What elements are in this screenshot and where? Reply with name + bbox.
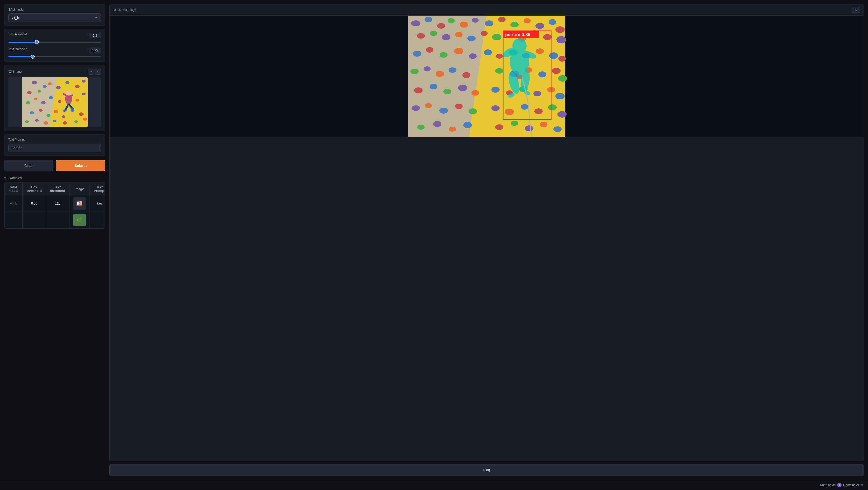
svg-point-60 — [430, 31, 437, 36]
svg-point-86 — [449, 67, 456, 73]
svg-point-58 — [555, 26, 565, 33]
image-header: 🖼 Image ✏ ✕ — [8, 69, 101, 75]
svg-point-99 — [491, 87, 500, 93]
svg-point-18 — [75, 99, 80, 102]
svg-point-102 — [533, 91, 541, 96]
svg-point-74 — [454, 48, 463, 54]
svg-point-16 — [58, 100, 61, 103]
svg-point-87 — [462, 72, 470, 78]
example-box-threshold-0: 0.36 — [23, 195, 46, 212]
svg-point-32 — [74, 120, 78, 123]
example-text-threshold-0: 0.25 — [46, 195, 69, 212]
svg-point-14 — [41, 101, 45, 104]
svg-point-92 — [552, 68, 561, 74]
output-header: 🖥 Output Image — [110, 4, 864, 16]
buttons-row: Clear Submit — [4, 160, 105, 171]
svg-point-85 — [436, 71, 444, 77]
svg-point-93 — [558, 75, 567, 82]
svg-point-22 — [46, 114, 50, 117]
example-image-1: 🌿 — [69, 212, 90, 228]
svg-point-5 — [27, 91, 32, 94]
sam-model-dropdown[interactable]: vit_h vit_l vit_b — [8, 13, 101, 22]
image-icon: 🖼 — [8, 70, 12, 74]
output-image-area: person 0.89 — [110, 16, 864, 137]
box-threshold-row: Box threshold 0.3 — [8, 33, 101, 38]
svg-point-112 — [521, 104, 528, 110]
svg-point-19 — [82, 93, 86, 95]
text-prompt-card: Text Prompt person — [4, 134, 105, 156]
text-threshold-label: Text threshold — [8, 47, 27, 51]
svg-point-64 — [480, 31, 488, 36]
svg-point-61 — [442, 34, 451, 40]
svg-point-63 — [467, 36, 475, 41]
flag-button[interactable]: Flag — [109, 464, 864, 476]
output-card: 🖥 Output Image — [109, 4, 864, 461]
image-edit-button[interactable]: ✏ — [88, 69, 94, 75]
svg-point-29 — [43, 121, 48, 125]
platform-text: Lightning AI — [843, 483, 859, 487]
left-panel: SAM model vit_h vit_l vit_b Box threshol… — [4, 4, 105, 476]
svg-point-98 — [471, 90, 479, 96]
examples-dots-icon: ≡ — [4, 176, 6, 180]
text-threshold-slider[interactable] — [8, 56, 101, 57]
image-upload-area[interactable] — [8, 77, 101, 127]
ai-superscript: AI — [861, 484, 863, 486]
svg-point-117 — [433, 121, 441, 127]
download-button[interactable] — [852, 7, 860, 13]
col-box-threshold: Box threshold — [23, 182, 46, 195]
svg-point-80 — [536, 48, 544, 54]
image-clear-button[interactable]: ✕ — [95, 69, 101, 75]
svg-point-62 — [455, 32, 463, 37]
svg-point-35 — [66, 91, 71, 96]
svg-point-83 — [410, 69, 418, 74]
svg-point-124 — [553, 126, 562, 132]
svg-point-55 — [524, 18, 531, 23]
table-row[interactable]: 🌿 — [5, 212, 105, 228]
svg-point-11 — [82, 80, 86, 83]
svg-point-12 — [26, 101, 30, 104]
right-panel: 🖥 Output Image — [109, 4, 864, 476]
example-text-prompt-0: kiwi — [90, 195, 105, 212]
svg-point-31 — [63, 121, 67, 125]
svg-point-59 — [417, 33, 425, 39]
svg-point-24 — [62, 115, 65, 118]
table-row[interactable]: vit_h 0.36 0.25 🍱 kiwi — [5, 195, 105, 212]
box-threshold-slider[interactable] — [8, 41, 101, 42]
text-prompt-input[interactable]: person — [8, 144, 101, 152]
svg-point-46 — [411, 20, 420, 26]
svg-point-52 — [485, 20, 493, 26]
svg-point-108 — [455, 103, 463, 109]
svg-point-76 — [484, 49, 492, 55]
svg-point-97 — [458, 85, 467, 91]
detection-label-text: person 0.89 — [505, 32, 530, 37]
svg-point-104 — [555, 93, 565, 99]
svg-point-47 — [425, 17, 432, 22]
svg-point-88 — [495, 68, 503, 74]
svg-point-8 — [56, 86, 61, 89]
examples-table-header-row: SAM model Box threshold Text threshold I… — [5, 182, 105, 195]
submit-button[interactable]: Submit — [56, 160, 105, 171]
examples-header: ≡ Examples — [4, 176, 105, 180]
gear — [517, 75, 522, 79]
sam-model-card: SAM model vit_h vit_l vit_b — [4, 4, 105, 26]
svg-point-27 — [25, 120, 29, 123]
text-prompt-label: Text Prompt — [8, 138, 101, 142]
col-image: Image — [69, 182, 90, 195]
text-threshold-row: Text threshold 0.25 — [8, 47, 101, 53]
svg-point-107 — [439, 108, 448, 114]
image-label-row: 🖼 Image — [8, 70, 22, 74]
monitor-icon: 🖥 — [113, 8, 116, 12]
text-threshold-track — [8, 54, 101, 58]
download-icon — [854, 8, 858, 12]
example-text-prompt-1 — [90, 212, 105, 228]
svg-point-116 — [417, 125, 425, 130]
image-actions: ✏ ✕ — [88, 69, 101, 75]
clear-button[interactable]: Clear — [4, 160, 53, 171]
svg-point-115 — [557, 111, 567, 118]
examples-label: Examples — [7, 176, 22, 180]
svg-point-119 — [463, 122, 472, 128]
svg-point-69 — [543, 34, 552, 40]
svg-point-75 — [469, 53, 476, 59]
example-sam-model-0: vit_h — [5, 195, 23, 212]
output-image-label: Output Image — [118, 8, 136, 12]
